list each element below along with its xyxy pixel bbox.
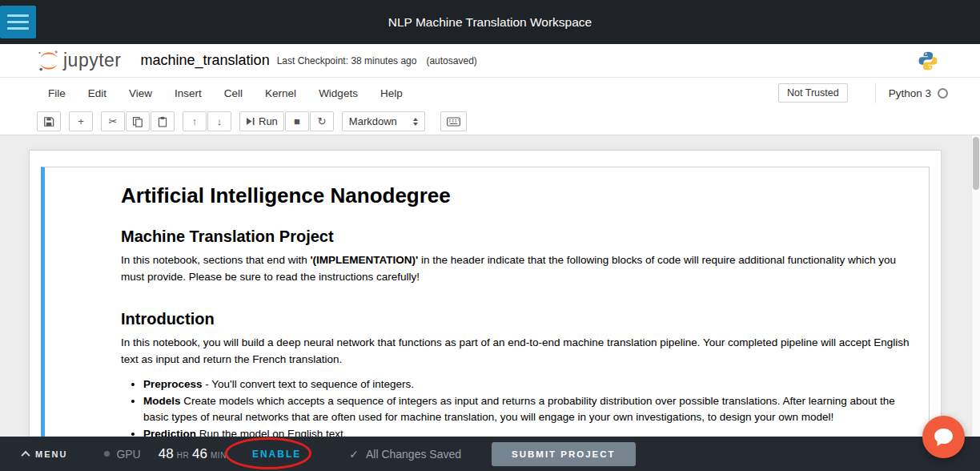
scissors-icon: ✂ [109,116,118,127]
checkpoint-status: Last Checkpoint: 38 minutes ago [277,55,417,66]
notebook-h2-project: Machine Translation Project [121,227,914,246]
menu-insert[interactable]: Insert [163,79,213,107]
bullet-bold: Preprocess [143,378,203,390]
bullet-text: - You'll convert text to sequence of int… [203,378,415,390]
chevron-up-icon [21,450,30,459]
chat-bubble-icon [933,427,954,447]
menu-edit[interactable]: Edit [77,79,118,107]
list-item-models: Models Create models which accepts a seq… [143,393,914,425]
hamburger-icon [7,14,29,17]
scrollbar-thumb[interactable] [973,137,979,190]
jupyter-menubar: File Edit View Insert Cell Kernel Widget… [0,78,980,108]
jupyter-logo-icon [37,50,61,72]
workspace-topbar: NLP Machine Translation Workspace [0,0,980,44]
check-icon: ✓ [349,448,359,461]
minutes-unit: MIN [211,451,227,460]
add-cell-button[interactable]: + [69,111,93,131]
save-icon [43,116,54,127]
kernel-idle-icon [938,88,948,99]
hamburger-icon [7,27,29,30]
run-icon [246,117,255,126]
stop-icon: ■ [294,116,300,127]
intro-paragraph: In this notebook, you will build a deep … [121,335,914,368]
gpu-status: GPU [104,448,140,461]
menu-cell[interactable]: Cell [213,79,254,107]
kernel-indicator-area: Python 3 [875,83,948,103]
minutes-value: 46 [192,446,207,462]
notebook-h2-introduction: Introduction [121,310,914,328]
list-item-preprocess: Preprocess - You'll convert text to sequ… [143,376,914,392]
menu-kernel[interactable]: Kernel [254,79,307,107]
arrow-up-icon: ↑ [192,116,198,127]
bullet-bold: Models [143,395,181,407]
jupyter-toolbar: + ✂ ↑ [0,108,980,135]
scrollbar-track[interactable] [971,135,980,437]
restart-icon: ↻ [317,116,326,127]
jupyter-header: jupyter machine_translation Last Checkpo… [0,44,980,78]
gpu-time-remaining: 48 HR 46 MIN [159,446,227,462]
paste-icon [157,116,168,127]
jupyter-logo[interactable]: jupyter [37,50,122,72]
gpu-label: GPU [116,448,140,461]
notebook-container: Artificial Intelligence Nanodegree Machi… [29,150,942,437]
menu-widgets[interactable]: Widgets [307,79,369,107]
cell-type-select[interactable]: Markdown [342,111,425,131]
gpu-status-dot-icon [104,451,110,457]
statusbar-menu-label: MENU [35,449,67,459]
plus-icon: + [78,116,84,127]
keyboard-icon [447,117,460,127]
python-logo-icon [918,50,938,71]
jupyter-logo-text: jupyter [63,50,122,71]
statusbar-menu-toggle[interactable]: MENU [22,449,67,459]
save-status: ✓ All Changes Saved [349,448,461,461]
list-item-prediction: Prediction Run the model on English text… [143,426,914,437]
gpu-enable-button[interactable]: ENABLE [252,449,301,460]
menu-view[interactable]: View [118,79,163,107]
workspace-menu-hamburger-button[interactable] [0,6,36,38]
note-before: In this notebook, sections that end with [121,254,310,266]
notebook-h1: Artificial Intelligence Nanodegree [121,183,914,208]
menu-help[interactable]: Help [369,79,414,107]
markdown-cell-selected[interactable]: Artificial Intelligence Nanodegree Machi… [41,167,930,437]
hours-unit: HR [177,451,189,460]
arrow-down-icon: ↓ [217,116,223,127]
copy-cell-button[interactable] [126,111,150,131]
bullet-text: Create models which accepts a sequence o… [143,395,895,423]
notebook-scroll-area: Artificial Intelligence Nanodegree Machi… [0,135,980,437]
hamburger-icon [7,21,29,23]
save-status-label: All Changes Saved [366,448,461,461]
not-trusted-button[interactable]: Not Trusted [778,83,848,103]
hours-value: 48 [159,446,174,462]
pipeline-steps-list: Preprocess - You'll convert text to sequ… [121,376,914,437]
kernel-name: Python 3 [889,87,931,99]
menubar-right: Not Trusted Python 3 [778,78,948,108]
implementation-note-paragraph: In this notebook, sections that end with… [121,252,914,286]
select-arrows-icon [413,118,418,126]
bullet-text: Run the model on English text. [196,428,347,437]
copy-icon [132,116,143,127]
cell-type-value: Markdown [349,115,397,127]
autosave-status: (autosaved) [426,55,476,66]
command-palette-button[interactable] [440,111,467,131]
move-cell-up-button[interactable]: ↑ [183,111,207,131]
chat-support-button[interactable] [922,416,965,458]
run-cell-button[interactable]: Run [239,111,284,131]
paste-cell-button[interactable] [151,111,175,131]
menu-file[interactable]: File [37,79,77,107]
submit-project-button[interactable]: SUBMIT PROJECT [492,442,636,466]
save-button[interactable] [37,111,61,131]
workspace-statusbar: MENU GPU 48 HR 46 MIN ENABLE ✓ All Chang… [0,437,980,471]
run-label: Run [259,116,278,127]
move-cell-down-button[interactable]: ↓ [207,111,231,131]
interrupt-kernel-button[interactable]: ■ [285,111,309,131]
workspace-title: NLP Machine Translation Workspace [0,15,980,30]
restart-kernel-button[interactable]: ↻ [310,111,334,131]
cut-cell-button[interactable]: ✂ [101,111,125,131]
note-bold: '(IMPLEMENTATION)' [310,254,418,266]
workspace-app: NLP Machine Translation Workspace jupyte… [0,0,980,471]
bullet-bold: Prediction [143,428,196,437]
notebook-title[interactable]: machine_translation [141,52,270,69]
